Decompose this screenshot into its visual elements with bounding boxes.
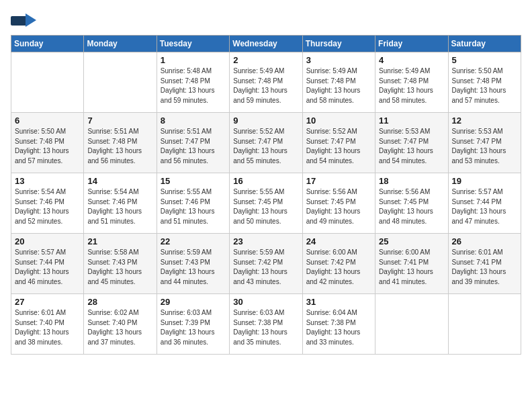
calendar-cell: 3Sunrise: 5:49 AM Sunset: 7:48 PM Daylig… (302, 52, 375, 113)
day-number: 1 (161, 55, 226, 65)
calendar-cell: 22Sunrise: 5:59 AM Sunset: 7:43 PM Dayli… (157, 234, 229, 294)
day-info: Sunrise: 5:58 AM Sunset: 7:43 PM Dayligh… (87, 248, 152, 287)
calendar-cell: 11Sunrise: 5:53 AM Sunset: 7:47 PM Dayli… (375, 113, 448, 173)
calendar-cell: 4Sunrise: 5:49 AM Sunset: 7:48 PM Daylig… (375, 52, 448, 113)
day-number: 10 (306, 116, 371, 126)
day-info: Sunrise: 5:52 AM Sunset: 7:47 PM Dayligh… (233, 127, 298, 166)
day-number: 21 (87, 236, 152, 246)
day-info: Sunrise: 5:59 AM Sunset: 7:42 PM Dayligh… (233, 248, 298, 287)
day-number: 3 (306, 55, 371, 65)
day-number: 18 (379, 176, 444, 186)
day-number: 9 (233, 116, 298, 126)
weekday-header-thursday: Thursday (302, 36, 375, 52)
day-info: Sunrise: 6:00 AM Sunset: 7:41 PM Dayligh… (379, 248, 444, 287)
day-info: Sunrise: 5:57 AM Sunset: 7:44 PM Dayligh… (15, 248, 80, 287)
day-number: 14 (87, 176, 152, 186)
calendar-cell: 21Sunrise: 5:58 AM Sunset: 7:43 PM Dayli… (84, 234, 157, 294)
calendar-cell: 25Sunrise: 6:00 AM Sunset: 7:41 PM Dayli… (375, 234, 448, 294)
day-info: Sunrise: 5:56 AM Sunset: 7:45 PM Dayligh… (379, 187, 444, 226)
day-info: Sunrise: 6:00 AM Sunset: 7:42 PM Dayligh… (306, 248, 371, 287)
day-number: 6 (15, 116, 80, 126)
calendar-week-3: 13Sunrise: 5:54 AM Sunset: 7:46 PM Dayli… (11, 173, 521, 234)
day-number: 23 (233, 236, 298, 246)
day-info: Sunrise: 5:52 AM Sunset: 7:47 PM Dayligh… (306, 127, 371, 166)
calendar-header-row: SundayMondayTuesdayWednesdayThursdayFrid… (11, 36, 521, 52)
calendar-week-1: 1Sunrise: 5:48 AM Sunset: 7:48 PM Daylig… (11, 52, 521, 113)
calendar-cell: 31Sunrise: 6:04 AM Sunset: 7:38 PM Dayli… (302, 294, 375, 355)
day-number: 12 (452, 116, 517, 126)
calendar-cell: 13Sunrise: 5:54 AM Sunset: 7:46 PM Dayli… (11, 173, 84, 234)
day-info: Sunrise: 6:03 AM Sunset: 7:39 PM Dayligh… (161, 308, 226, 347)
day-info: Sunrise: 5:55 AM Sunset: 7:46 PM Dayligh… (161, 187, 226, 226)
calendar-cell: 10Sunrise: 5:52 AM Sunset: 7:47 PM Dayli… (302, 113, 375, 173)
day-info: Sunrise: 5:59 AM Sunset: 7:43 PM Dayligh… (161, 248, 226, 287)
calendar-week-2: 6Sunrise: 5:50 AM Sunset: 7:48 PM Daylig… (11, 113, 521, 173)
calendar-cell: 30Sunrise: 6:03 AM Sunset: 7:38 PM Dayli… (230, 294, 302, 355)
calendar-cell (448, 294, 521, 355)
calendar-cell (375, 294, 448, 355)
weekday-header-tuesday: Tuesday (157, 36, 229, 52)
calendar-week-4: 20Sunrise: 5:57 AM Sunset: 7:44 PM Dayli… (11, 234, 521, 294)
calendar-cell: 6Sunrise: 5:50 AM Sunset: 7:48 PM Daylig… (11, 113, 84, 173)
weekday-header-monday: Monday (84, 36, 157, 52)
calendar-cell: 9Sunrise: 5:52 AM Sunset: 7:47 PM Daylig… (230, 113, 302, 173)
day-number: 7 (87, 116, 152, 126)
calendar-cell: 12Sunrise: 5:53 AM Sunset: 7:47 PM Dayli… (448, 113, 521, 173)
day-number: 30 (233, 297, 298, 307)
calendar-cell: 27Sunrise: 6:01 AM Sunset: 7:40 PM Dayli… (11, 294, 84, 355)
calendar-cell (84, 52, 157, 113)
day-info: Sunrise: 5:49 AM Sunset: 7:48 PM Dayligh… (379, 66, 444, 105)
day-info: Sunrise: 5:50 AM Sunset: 7:48 PM Dayligh… (15, 127, 80, 166)
day-number: 15 (161, 176, 226, 186)
day-info: Sunrise: 6:01 AM Sunset: 7:40 PM Dayligh… (15, 308, 80, 347)
calendar-table: SundayMondayTuesdayWednesdayThursdayFrid… (11, 35, 521, 355)
day-number: 24 (306, 236, 371, 246)
day-number: 29 (161, 297, 226, 307)
logo (11, 11, 38, 30)
day-info: Sunrise: 5:53 AM Sunset: 7:47 PM Dayligh… (452, 127, 517, 166)
day-info: Sunrise: 5:54 AM Sunset: 7:46 PM Dayligh… (87, 187, 152, 226)
day-info: Sunrise: 5:50 AM Sunset: 7:48 PM Dayligh… (452, 66, 517, 105)
day-number: 17 (306, 176, 371, 186)
calendar-week-5: 27Sunrise: 6:01 AM Sunset: 7:40 PM Dayli… (11, 294, 521, 355)
page-header (11, 11, 521, 30)
day-number: 2 (233, 55, 298, 65)
day-info: Sunrise: 5:51 AM Sunset: 7:47 PM Dayligh… (161, 127, 226, 166)
calendar-cell: 15Sunrise: 5:55 AM Sunset: 7:46 PM Dayli… (157, 173, 229, 234)
calendar-cell: 19Sunrise: 5:57 AM Sunset: 7:44 PM Dayli… (448, 173, 521, 234)
day-info: Sunrise: 5:54 AM Sunset: 7:46 PM Dayligh… (15, 187, 80, 226)
calendar-cell: 8Sunrise: 5:51 AM Sunset: 7:47 PM Daylig… (157, 113, 229, 173)
day-info: Sunrise: 6:04 AM Sunset: 7:38 PM Dayligh… (306, 308, 371, 347)
weekday-header-wednesday: Wednesday (230, 36, 302, 52)
day-info: Sunrise: 6:01 AM Sunset: 7:41 PM Dayligh… (452, 248, 517, 287)
day-info: Sunrise: 5:53 AM Sunset: 7:47 PM Dayligh… (379, 127, 444, 166)
day-info: Sunrise: 5:56 AM Sunset: 7:45 PM Dayligh… (306, 187, 371, 226)
day-info: Sunrise: 6:02 AM Sunset: 7:40 PM Dayligh… (87, 308, 152, 347)
day-number: 25 (379, 236, 444, 246)
day-number: 13 (15, 176, 80, 186)
day-number: 11 (379, 116, 444, 126)
calendar-cell (11, 52, 84, 113)
day-info: Sunrise: 6:03 AM Sunset: 7:38 PM Dayligh… (233, 308, 298, 347)
calendar-cell: 20Sunrise: 5:57 AM Sunset: 7:44 PM Dayli… (11, 234, 84, 294)
calendar-cell: 26Sunrise: 6:01 AM Sunset: 7:41 PM Dayli… (448, 234, 521, 294)
svg-marker-1 (26, 13, 36, 27)
day-info: Sunrise: 5:48 AM Sunset: 7:48 PM Dayligh… (161, 66, 226, 105)
calendar-cell: 1Sunrise: 5:48 AM Sunset: 7:48 PM Daylig… (157, 52, 229, 113)
day-number: 19 (452, 176, 517, 186)
svg-rect-0 (11, 16, 27, 26)
day-number: 26 (452, 236, 517, 246)
day-number: 28 (87, 297, 152, 307)
calendar-cell: 7Sunrise: 5:51 AM Sunset: 7:48 PM Daylig… (84, 113, 157, 173)
day-number: 16 (233, 176, 298, 186)
day-info: Sunrise: 5:55 AM Sunset: 7:45 PM Dayligh… (233, 187, 298, 226)
calendar-cell: 14Sunrise: 5:54 AM Sunset: 7:46 PM Dayli… (84, 173, 157, 234)
calendar-cell: 18Sunrise: 5:56 AM Sunset: 7:45 PM Dayli… (375, 173, 448, 234)
day-info: Sunrise: 5:57 AM Sunset: 7:44 PM Dayligh… (452, 187, 517, 226)
day-info: Sunrise: 5:51 AM Sunset: 7:48 PM Dayligh… (87, 127, 152, 166)
day-number: 8 (161, 116, 226, 126)
calendar-cell: 23Sunrise: 5:59 AM Sunset: 7:42 PM Dayli… (230, 234, 302, 294)
calendar-cell: 17Sunrise: 5:56 AM Sunset: 7:45 PM Dayli… (302, 173, 375, 234)
day-number: 22 (161, 236, 226, 246)
day-number: 20 (15, 236, 80, 246)
